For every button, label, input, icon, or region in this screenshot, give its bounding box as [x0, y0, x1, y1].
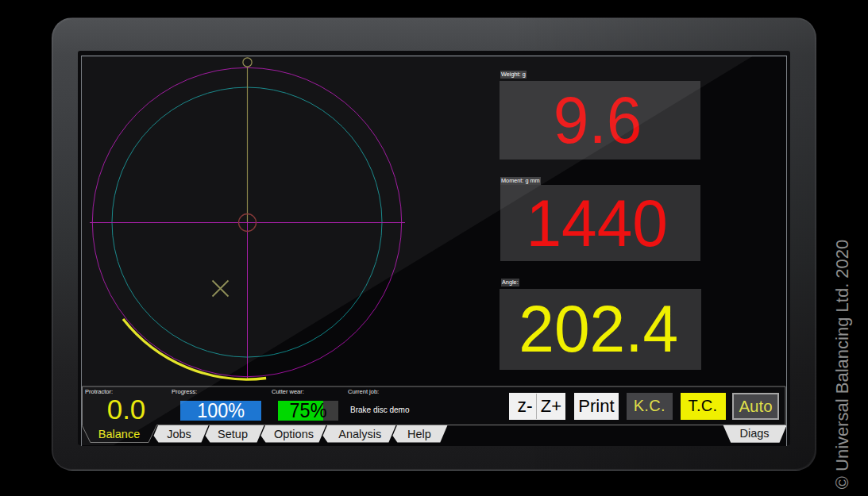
svg-text:Setup: Setup [218, 428, 248, 440]
svg-text:Analysis: Analysis [338, 428, 381, 440]
svg-text:Help: Help [407, 428, 431, 440]
svg-text:Diags: Diags [739, 427, 769, 440]
svg-text:Options: Options [274, 428, 314, 440]
svg-text:Jobs: Jobs [167, 428, 191, 440]
